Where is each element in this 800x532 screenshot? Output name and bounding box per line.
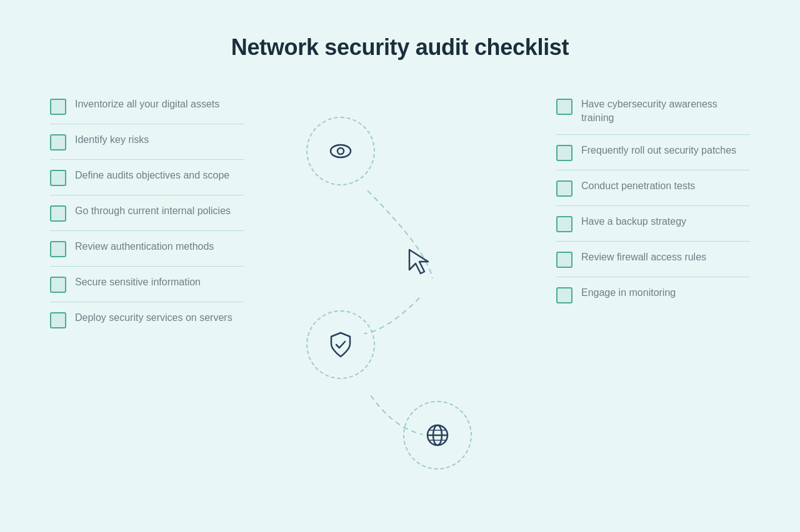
item-label: Define audits objectives and scope [75, 169, 229, 182]
eye-icon [326, 136, 356, 166]
checkbox[interactable] [556, 252, 572, 268]
right-list-item: Conduct penetration tests [556, 170, 750, 206]
globe-icon [423, 421, 452, 450]
shield-icon-circle [306, 310, 375, 379]
connector-lines [244, 95, 556, 501]
globe-icon-circle [403, 401, 472, 470]
item-label: Inventorize all your digital assets [75, 97, 219, 111]
checkbox[interactable] [50, 170, 66, 186]
center-diagram [244, 89, 556, 501]
checkbox[interactable] [556, 287, 572, 303]
left-list-item: Identify key risks [50, 124, 244, 160]
item-label: Conduct penetration tests [581, 179, 695, 193]
right-list-item: Engage in monitoring [556, 277, 750, 312]
item-label: Go through current internal policies [75, 204, 231, 218]
item-label: Deploy security services on servers [75, 311, 232, 325]
icon-diagram [244, 95, 556, 501]
cursor-icon [403, 245, 436, 277]
left-list-item: Inventorize all your digital assets [50, 89, 244, 124]
item-label: Have cybersecurity awareness training [581, 97, 750, 126]
cursor-icon-area [403, 245, 436, 280]
checkbox[interactable] [50, 241, 66, 257]
right-list-item: Review firewall access rules [556, 242, 750, 277]
right-list-item: Have cybersecurity awareness training [556, 89, 750, 135]
shield-check-icon [326, 330, 355, 359]
checkbox[interactable] [50, 312, 66, 328]
left-checklist: Inventorize all your digital assets Iden… [50, 89, 244, 337]
checkbox[interactable] [50, 134, 66, 150]
right-list-item: Frequently roll out security patches [556, 135, 750, 170]
right-list-item: Have a backup strategy [556, 206, 750, 242]
checkbox[interactable] [50, 277, 66, 293]
item-label: Review firewall access rules [581, 250, 706, 264]
checkbox[interactable] [50, 99, 66, 115]
checkbox[interactable] [556, 145, 572, 161]
item-label: Review authentication methods [75, 240, 214, 254]
page-title: Network security audit checklist [231, 34, 569, 61]
item-label: Identify key risks [75, 133, 149, 147]
checkbox[interactable] [556, 180, 572, 197]
left-list-item: Secure sensitive information [50, 267, 244, 302]
item-label: Have a backup strategy [581, 215, 686, 229]
main-layout: Inventorize all your digital assets Iden… [0, 89, 800, 501]
svg-point-1 [338, 148, 344, 154]
left-list-item: Go through current internal policies [50, 195, 244, 231]
checkbox[interactable] [556, 216, 572, 232]
item-label: Frequently roll out security patches [581, 144, 736, 157]
left-list-item: Deploy security services on servers [50, 302, 244, 337]
eye-icon-circle [306, 117, 375, 185]
checkbox[interactable] [556, 99, 572, 115]
left-list-item: Review authentication methods [50, 231, 244, 267]
left-list-item: Define audits objectives and scope [50, 160, 244, 195]
item-label: Engage in monitoring [581, 286, 676, 300]
item-label: Secure sensitive information [75, 275, 201, 289]
svg-point-0 [331, 145, 351, 157]
checkbox[interactable] [50, 205, 66, 222]
right-checklist: Have cybersecurity awareness training Fr… [556, 89, 750, 312]
